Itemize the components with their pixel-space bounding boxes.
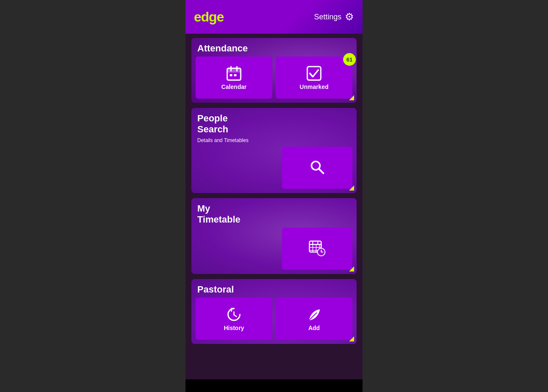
- my-timetable-buttons: [191, 228, 357, 274]
- bottom-bar: [185, 379, 363, 392]
- phone-container: edge Settings ⚙ Attendance: [185, 0, 363, 392]
- unmarked-badge: 61: [343, 53, 356, 66]
- gear-icon: ⚙: [345, 11, 354, 23]
- pastoral-section: Pastoral History: [191, 279, 357, 344]
- attendance-section: Attendance Calendar: [191, 38, 357, 103]
- people-search-title: People Search: [191, 108, 357, 137]
- calendar-icon: [226, 65, 242, 83]
- svg-line-22: [234, 315, 236, 317]
- my-timetable-title: My Timetable: [191, 198, 357, 228]
- search-icon: [309, 158, 325, 177]
- history-icon: [226, 306, 242, 325]
- svg-rect-5: [234, 74, 236, 76]
- unmarked-icon: [306, 65, 322, 83]
- svg-line-8: [319, 169, 323, 173]
- attendance-title: Attendance: [191, 38, 357, 56]
- timetable-icon: [309, 239, 325, 258]
- people-search-section: People Search Details and Timetables: [191, 108, 357, 193]
- pastoral-title: Pastoral: [191, 279, 357, 298]
- svg-rect-1: [227, 68, 241, 72]
- unmarked-label: Unmarked: [300, 83, 328, 90]
- svg-rect-4: [230, 74, 232, 76]
- unmarked-button[interactable]: 61 Unmarked: [276, 56, 352, 99]
- add-label: Add: [308, 325, 320, 331]
- people-search-buttons: [191, 147, 357, 193]
- my-timetable-section: My Timetable: [191, 198, 357, 274]
- calendar-button[interactable]: Calendar: [196, 56, 272, 99]
- people-search-subtitle: Details and Timetables: [191, 137, 357, 147]
- history-label: History: [224, 325, 244, 331]
- main-content: Attendance Calendar: [185, 34, 363, 379]
- settings-label: Settings: [314, 13, 341, 21]
- pastoral-buttons: History Add: [191, 298, 357, 344]
- attendance-buttons: Calendar 61 Unmarked: [191, 56, 357, 103]
- people-search-button[interactable]: [282, 147, 352, 189]
- app-header: edge Settings ⚙: [185, 0, 363, 34]
- app-logo: edge: [194, 9, 224, 25]
- add-leaf-icon: [306, 306, 322, 325]
- my-timetable-button[interactable]: [282, 228, 352, 270]
- calendar-label: Calendar: [221, 83, 247, 90]
- logo-rest: dge: [201, 9, 224, 24]
- add-button[interactable]: Add: [276, 298, 352, 340]
- settings-button[interactable]: Settings ⚙: [314, 11, 354, 23]
- history-button[interactable]: History: [196, 298, 272, 340]
- logo-accent: e: [194, 9, 201, 24]
